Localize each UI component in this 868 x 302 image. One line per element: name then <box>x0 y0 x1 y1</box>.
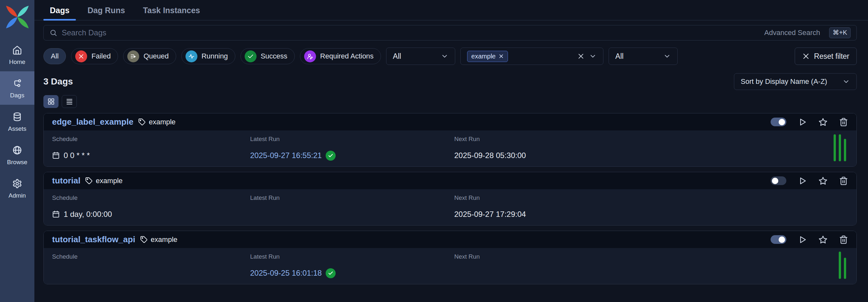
next-run-value: 2025-09-27 17:29:04 <box>454 208 848 220</box>
dag-card-edge-label-example: edge_label_example example Schedul <box>43 113 857 167</box>
clear-tags-icon[interactable] <box>578 53 585 60</box>
dag-pause-toggle[interactable] <box>771 176 786 185</box>
sidebar-item-admin[interactable]: Admin <box>0 172 34 205</box>
run-bar[interactable] <box>839 251 841 279</box>
dag-card-tutorial-taskflow-api: tutorial_taskflow_api example Sche <box>43 231 857 284</box>
latest-run-link[interactable]: 2025-09-25 16:01:18 <box>250 269 322 277</box>
queued-icon <box>127 51 139 62</box>
grid-view-button[interactable] <box>43 95 59 108</box>
sidebar-item-assets[interactable]: Assets <box>0 105 34 138</box>
results-row: 3 Dags Sort by Display Name (A-Z) <box>43 73 857 90</box>
check-icon <box>328 270 333 276</box>
tag-filter-select[interactable]: example <box>460 47 603 65</box>
run-bar[interactable] <box>844 258 846 279</box>
run-bar[interactable] <box>834 134 836 161</box>
filter-chip-failed[interactable]: Failed <box>71 48 118 64</box>
delete-dag-button[interactable] <box>839 235 848 244</box>
latest-run-column: Latest Run <box>250 193 454 221</box>
sidebar-item-home[interactable]: Home <box>0 38 34 71</box>
run-bar[interactable] <box>844 139 846 161</box>
schedule-value: 1 day, 0:00:00 <box>64 210 112 219</box>
sidebar-item-dags[interactable]: Dags <box>0 71 34 105</box>
dag-card-header: tutorial_taskflow_api example <box>44 231 857 248</box>
tab-dags[interactable]: Dags <box>43 0 76 20</box>
filter-select-right[interactable]: All <box>609 47 678 65</box>
dag-card-header: edge_label_example example <box>44 113 857 130</box>
filter-chip-success[interactable]: Success <box>241 48 295 64</box>
sort-select[interactable]: Sort by Display Name (A-Z) <box>734 73 857 90</box>
schedule-column: Schedule 0 0 * * * <box>52 134 250 162</box>
dag-name-link[interactable]: tutorial_taskflow_api <box>52 235 135 244</box>
airflow-app: Home Dags Assets Browse Admin DagsDag Ru… <box>0 0 868 302</box>
dag-icon <box>12 78 22 88</box>
reset-filter-button[interactable]: Reset filter <box>795 47 857 65</box>
trigger-dag-button[interactable] <box>798 118 807 127</box>
reset-filter-label: Reset filter <box>814 52 849 61</box>
list-view-button[interactable] <box>62 95 77 108</box>
airflow-logo[interactable] <box>4 4 31 32</box>
trash-icon <box>839 118 848 127</box>
sidebar-item-label: Home <box>9 59 25 66</box>
tab-dag-runs[interactable]: Dag Runs <box>81 0 131 20</box>
trigger-dag-button[interactable] <box>798 235 807 244</box>
trigger-dag-button[interactable] <box>798 176 807 186</box>
star-icon <box>818 176 828 186</box>
filter-select-left[interactable]: All <box>386 47 455 65</box>
advanced-search-link[interactable]: Advanced Search <box>764 29 820 37</box>
play-icon <box>798 118 807 127</box>
search-icon <box>50 29 57 37</box>
dag-tag[interactable]: example <box>138 118 176 126</box>
dag-tag[interactable]: example <box>140 235 178 244</box>
remove-tag-icon[interactable] <box>499 54 504 59</box>
filter-chip-required-actions[interactable]: Required Actions <box>300 48 381 64</box>
filter-select-left-value: All <box>393 52 401 61</box>
dag-tag[interactable]: example <box>85 177 123 185</box>
next-run-value: 2025-09-28 05:30:00 <box>454 150 848 161</box>
dag-card-list: edge_label_example example Schedul <box>43 108 857 284</box>
sidebar-nav: Home Dags Assets Browse Admin <box>0 38 34 205</box>
latest-run-column: Latest Run 2025-09-25 16:01:18 <box>250 252 454 279</box>
x-icon <box>75 51 87 62</box>
delete-dag-button[interactable] <box>839 176 848 186</box>
tab-task-instances[interactable]: Task Instances <box>136 0 207 20</box>
dag-card-body: Schedule 0 0 * * * Latest Run 2025-09-27… <box>44 130 857 166</box>
delete-dag-button[interactable] <box>839 118 848 127</box>
dag-name-link[interactable]: tutorial <box>52 176 81 186</box>
dag-card-header: tutorial example <box>44 172 857 189</box>
run-bar[interactable] <box>839 134 841 161</box>
schedule-column: Schedule <box>52 252 250 279</box>
play-icon <box>798 235 807 244</box>
dag-pause-toggle[interactable] <box>771 235 786 244</box>
schedule-value: 0 0 * * * <box>64 151 90 160</box>
filter-chip-queued[interactable]: Queued <box>123 48 176 64</box>
star-icon <box>818 118 828 127</box>
sidebar-item-browse[interactable]: Browse <box>0 138 34 172</box>
chevron-down-icon <box>441 53 448 60</box>
search-input[interactable] <box>62 28 760 37</box>
filter-select-right-value: All <box>615 52 624 61</box>
success-check-badge <box>326 151 336 161</box>
sidebar-item-label: Dags <box>10 92 24 99</box>
tag-chips: example <box>467 51 508 62</box>
selected-tag-chip[interactable]: example <box>467 51 508 62</box>
favorite-dag-button[interactable] <box>818 118 828 127</box>
tag-icon <box>140 236 148 243</box>
dag-pause-toggle[interactable] <box>771 118 786 126</box>
favorite-dag-button[interactable] <box>818 235 828 244</box>
search-bar: Advanced Search ⌘+K <box>43 25 857 40</box>
latest-run-link[interactable]: 2025-09-27 16:55:21 <box>250 151 322 160</box>
dag-name-link[interactable]: edge_label_example <box>52 117 133 127</box>
check-icon <box>245 51 256 62</box>
next-run-column: Next Run <box>454 252 848 279</box>
recent-runs-bars <box>834 134 846 161</box>
filter-row: All Failed Queued Running Success Requir… <box>43 47 857 65</box>
tag-icon <box>138 118 146 126</box>
filter-chip-running[interactable]: Running <box>181 48 235 64</box>
chevron-down-icon <box>663 53 671 60</box>
trash-icon <box>839 235 848 244</box>
filter-chip-all[interactable]: All <box>43 48 66 64</box>
favorite-dag-button[interactable] <box>818 176 828 186</box>
star-icon <box>818 235 828 244</box>
dag-actions <box>771 118 848 127</box>
recent-runs-bars <box>839 251 846 279</box>
